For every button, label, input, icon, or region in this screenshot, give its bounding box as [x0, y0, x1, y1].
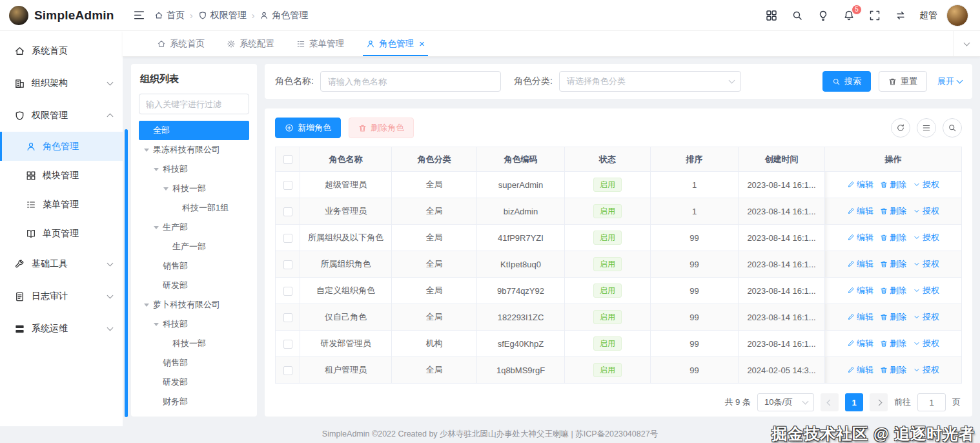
grant-button[interactable]: 授权 — [913, 311, 939, 323]
delete-button[interactable]: 删除 — [880, 338, 906, 349]
page-number-button[interactable]: 1 — [845, 393, 863, 411]
edit-button[interactable]: 编辑 — [847, 364, 873, 376]
delete-button[interactable]: 删除 — [880, 258, 906, 270]
column-setting-button[interactable] — [917, 118, 936, 138]
edit-button[interactable]: 编辑 — [847, 232, 873, 243]
delete-button[interactable]: 删除 — [880, 205, 906, 217]
tabs-dropdown-button[interactable] — [953, 31, 980, 56]
sidebar-item-permission[interactable]: 权限管理 — [0, 99, 123, 132]
sidebar-item-basic-tools[interactable]: 基础工具 — [0, 248, 123, 280]
sidebar-item-system-ops[interactable]: 系统运维 — [0, 313, 123, 345]
goto-page-input[interactable] — [917, 393, 946, 411]
caret-down-icon[interactable] — [154, 226, 159, 229]
grant-button[interactable]: 授权 — [913, 285, 939, 296]
theme-button[interactable] — [815, 7, 832, 24]
tree-node[interactable]: 销售部 — [139, 353, 249, 373]
delete-button[interactable]: 删除 — [880, 311, 906, 323]
row-checkbox[interactable] — [283, 340, 292, 349]
table-search-button[interactable] — [943, 118, 962, 138]
tree-node[interactable]: 生产部 — [139, 218, 249, 237]
grant-button[interactable]: 授权 — [913, 338, 939, 349]
tree-node[interactable]: 萝卜科技有限公司 — [139, 295, 249, 314]
layout-grid-button[interactable] — [763, 7, 780, 24]
grant-button[interactable]: 授权 — [913, 232, 939, 243]
grant-button[interactable]: 授权 — [913, 179, 939, 191]
delete-button[interactable]: 删除 — [880, 285, 906, 296]
tree-node[interactable]: 科技一部 — [139, 334, 249, 353]
delete-button[interactable]: 删除 — [880, 232, 906, 243]
tab-menu-management[interactable]: 菜单管理 — [285, 31, 355, 56]
caret-down-icon[interactable] — [154, 168, 159, 171]
org-filter-input[interactable] — [139, 94, 249, 114]
tree-node[interactable]: 全部 — [139, 121, 249, 140]
select-all-checkbox[interactable] — [283, 155, 292, 164]
refresh-button[interactable] — [891, 118, 910, 138]
tree-node[interactable]: 生产一部 — [139, 237, 249, 256]
expand-button[interactable]: 展开 — [937, 76, 962, 87]
row-checkbox[interactable] — [283, 181, 292, 190]
tab-role-management[interactable]: 角色管理 × — [355, 31, 436, 56]
sidebar-item-system-home[interactable]: 系统首页 — [0, 35, 123, 67]
breadcrumb-home[interactable]: 首页 — [154, 10, 185, 21]
caret-down-icon[interactable] — [144, 304, 149, 307]
tree-node[interactable]: 研发部 — [139, 276, 249, 295]
close-tab-icon[interactable]: × — [419, 39, 425, 48]
row-checkbox[interactable] — [283, 207, 292, 216]
sidebar-item-role-management[interactable]: 角色管理 — [0, 132, 123, 161]
username[interactable]: 超管 — [919, 10, 937, 21]
sidebar-item-spa-management[interactable]: 单页管理 — [0, 219, 123, 248]
row-checkbox[interactable] — [283, 313, 292, 322]
sidebar-scrollbar-thumb[interactable] — [125, 129, 128, 417]
edit-button[interactable]: 编辑 — [847, 205, 873, 217]
edit-button[interactable]: 编辑 — [847, 258, 873, 270]
add-role-button[interactable]: 新增角色 — [275, 118, 341, 138]
delete-role-button[interactable]: 删除角色 — [349, 118, 414, 138]
grant-button[interactable]: 授权 — [913, 258, 939, 270]
row-checkbox[interactable] — [283, 366, 292, 375]
row-checkbox[interactable] — [283, 234, 292, 243]
tab-system-home[interactable]: 系统首页 — [146, 31, 216, 56]
grant-button[interactable]: 授权 — [913, 205, 939, 217]
fullscreen-button[interactable] — [866, 7, 883, 24]
edit-button[interactable]: 编辑 — [847, 338, 873, 349]
edit-button[interactable]: 编辑 — [847, 179, 873, 191]
row-checkbox[interactable] — [283, 260, 292, 269]
sidebar-item-log-audit[interactable]: 日志审计 — [0, 280, 123, 313]
sidebar-item-menu-management[interactable]: 菜单管理 — [0, 190, 123, 219]
tab-system-config[interactable]: 系统配置 — [216, 31, 285, 56]
global-search-button[interactable] — [789, 7, 806, 24]
tree-node[interactable]: 研发部 — [139, 373, 249, 392]
tree-node[interactable]: 科技一部1组 — [139, 198, 249, 218]
collapse-sidebar-button[interactable] — [130, 6, 148, 24]
caret-down-icon[interactable] — [154, 323, 159, 326]
tree-node[interactable]: 财务部 — [139, 392, 249, 411]
delete-button[interactable]: 删除 — [880, 364, 906, 376]
tree-node[interactable]: 果冻科技有限公司 — [139, 140, 249, 160]
breadcrumb-role[interactable]: 角色管理 — [260, 10, 308, 21]
page-size-select[interactable]: 10条/页 — [757, 393, 814, 411]
role-name-input[interactable] — [320, 71, 501, 92]
delete-button[interactable]: 删除 — [880, 179, 906, 191]
sidebar-item-organization[interactable]: 组织架构 — [0, 67, 123, 99]
sidebar-item-module-management[interactable]: 模块管理 — [0, 161, 123, 190]
next-page-button[interactable] — [870, 393, 888, 411]
tree-node[interactable]: 科技一部 — [139, 179, 249, 198]
app-logo[interactable]: SimpleAdmin — [0, 6, 123, 25]
tree-node[interactable]: 销售部 — [139, 256, 249, 276]
edit-button[interactable]: 编辑 — [847, 285, 873, 296]
grant-button[interactable]: 授权 — [913, 364, 939, 376]
prev-page-button[interactable] — [821, 393, 839, 411]
caret-down-icon[interactable] — [163, 187, 168, 191]
swap-button[interactable] — [892, 7, 909, 24]
notification-button[interactable]: 5 — [841, 7, 857, 24]
edit-button[interactable]: 编辑 — [847, 311, 873, 323]
breadcrumb-permission[interactable]: 权限管理 — [198, 10, 247, 21]
role-category-select[interactable]: 请选择角色分类 — [559, 71, 741, 92]
user-avatar[interactable] — [946, 5, 968, 26]
caret-down-icon[interactable] — [144, 149, 149, 152]
search-button[interactable]: 搜索 — [822, 71, 871, 92]
row-checkbox[interactable] — [283, 287, 292, 296]
reset-button[interactable]: 重置 — [879, 71, 927, 92]
tree-node[interactable]: 科技部 — [139, 314, 249, 334]
tree-node[interactable]: 科技部 — [139, 160, 249, 179]
